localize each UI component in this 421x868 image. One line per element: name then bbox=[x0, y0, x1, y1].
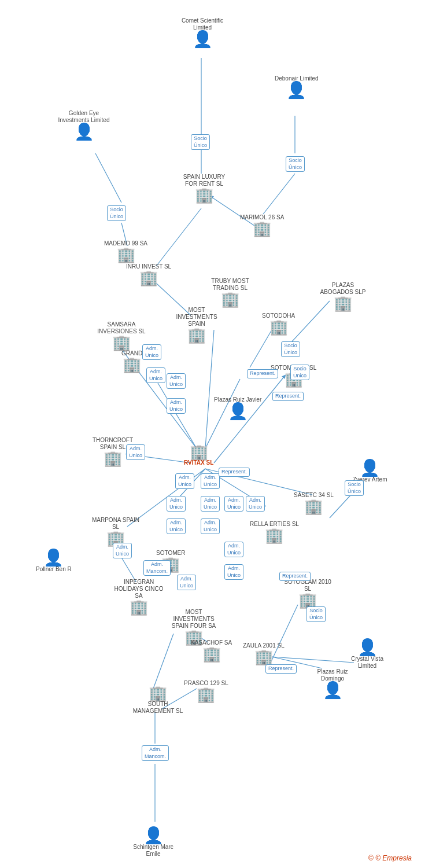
person-icon-plazas-ruiz-d: 👤 bbox=[323, 682, 343, 698]
badge-adm-unico-r5: Adm.Unico bbox=[201, 496, 220, 512]
node-rella: RELLA ERTIES SL 🏢 bbox=[250, 521, 299, 543]
badge-socio-unico-zverev: SocioÚnico bbox=[345, 480, 364, 496]
building-icon-mademo: 🏢 bbox=[117, 247, 135, 262]
badge-represent-zaula: Represent. bbox=[265, 664, 297, 674]
badge-adm-unico-grand: Adm.Unico bbox=[146, 367, 165, 383]
node-marimol: MARIMOL 26 SA 🏢 bbox=[240, 214, 284, 236]
building-icon-plazas-abog: 🏢 bbox=[334, 296, 352, 311]
node-truby: TRUBY MOST TRADING SL 🏢 bbox=[204, 278, 256, 307]
node-samsara: SAMSARA INVERSIONES SL 🏢 bbox=[95, 321, 147, 350]
building-icon-truby: 🏢 bbox=[221, 292, 239, 307]
building-icon-prasco: 🏢 bbox=[197, 687, 215, 702]
building-icon-south-mgmt: 🏢 bbox=[149, 686, 167, 701]
building-icon-rella: 🏢 bbox=[265, 528, 283, 543]
node-plazas-ruiz-j: Plazas Ruiz Javier 👤 bbox=[214, 396, 261, 420]
building-icon-most-inv-spain: 🏢 bbox=[187, 328, 206, 343]
svg-line-6 bbox=[156, 208, 201, 266]
node-prasco: PRASCO 129 SL 🏢 bbox=[184, 680, 228, 702]
badge-represent-rvitax: Represent. bbox=[219, 468, 250, 477]
badge-represent-sotoglam: Represent. bbox=[279, 572, 311, 581]
badge-socio-unico-3: SocioÚnico bbox=[107, 205, 126, 221]
node-rvitax: 🏢 RVITAX SL bbox=[184, 444, 213, 466]
badge-adm-unico-r9: Adm.Unico bbox=[224, 496, 243, 512]
node-sasetc: SASETC 34 SL 🏢 bbox=[294, 492, 334, 514]
person-icon-plazas-ruiz-j: 👤 bbox=[228, 403, 248, 420]
building-icon-samsara: 🏢 bbox=[112, 335, 131, 350]
svg-line-28 bbox=[250, 330, 272, 367]
badge-socio-unico-sotodoha: SocioÚnico bbox=[281, 341, 300, 357]
building-icon-sotoglam: 🏢 bbox=[298, 593, 317, 608]
node-golden-eye: Golden Eye Investments Limited 👤 bbox=[58, 110, 110, 140]
building-icon-inru: 🏢 bbox=[139, 270, 158, 285]
badge-adm-unico-r12: Adm.Unico bbox=[224, 564, 243, 580]
person-icon-zverev: 👤 bbox=[360, 460, 380, 476]
node-mademo: MADEMO 99 SA 🏢 bbox=[104, 240, 147, 262]
badge-adm-unico-r4: Adm.Unico bbox=[201, 473, 220, 489]
node-zverev: 👤 Zverev Artem bbox=[353, 460, 387, 483]
badge-adm-unico-r2: Adm.Unico bbox=[167, 398, 186, 414]
building-icon-zaula: 🏢 bbox=[254, 649, 273, 664]
person-icon-golden-eye: 👤 bbox=[74, 124, 94, 140]
badge-adm-unico-r7: Adm.Unico bbox=[167, 496, 186, 512]
building-icon-kasachof: 🏢 bbox=[202, 646, 221, 661]
building-icon-thorncroft: 🏢 bbox=[104, 451, 122, 466]
node-zaula: ZAULA 2001 SL 🏢 bbox=[243, 642, 285, 664]
badge-adm-unico-r3: Adm.Unico bbox=[175, 473, 194, 489]
person-icon-comet: 👤 bbox=[193, 31, 213, 47]
badge-socio-unico-sotoglam: SocioÚnico bbox=[306, 606, 326, 622]
watermark: © © Empresia bbox=[368, 854, 412, 862]
badge-adm-unico-r8: Adm.Unico bbox=[167, 518, 186, 534]
badge-represent-sotodoha: Represent. bbox=[247, 369, 278, 378]
badge-socio-unico-plazas: SocioÚnico bbox=[290, 365, 309, 380]
node-south-mgmt: 🏢 SOUTH MANAGEMENT SL bbox=[132, 686, 184, 715]
node-kasachof: KASACHOF SA 🏢 bbox=[191, 639, 232, 661]
badge-adm-unico-r11: Adm.Unico bbox=[224, 542, 243, 557]
badge-socio-unico-2: SocioÚnico bbox=[286, 156, 305, 172]
badge-socio-unico-1: SocioÚnico bbox=[191, 134, 210, 150]
svg-line-2 bbox=[263, 174, 295, 214]
node-grand: GRAND 🏢 bbox=[121, 350, 142, 372]
node-most-inv-spain: MOST INVESTMENTS SPAIN 🏢 bbox=[171, 307, 223, 343]
building-icon-sasetc: 🏢 bbox=[304, 499, 323, 514]
person-icon-pollner: 👤 bbox=[43, 550, 64, 566]
badge-adm-unico-r10: Adm.Unico bbox=[246, 496, 265, 512]
person-icon-crystal-vista: 👤 bbox=[357, 639, 378, 656]
node-marpona: MARPONA SPAIN SL 🏢 bbox=[90, 517, 142, 546]
svg-line-3 bbox=[95, 153, 121, 203]
node-plazas-ruiz-d: Plazas Ruiz Domingo 👤 bbox=[306, 668, 359, 698]
badge-adm-mancom-inpegran: Adm.Mancom. bbox=[143, 560, 171, 576]
building-icon-rvitax: 🏢 bbox=[190, 444, 208, 459]
building-icon-marimol: 🏢 bbox=[253, 221, 271, 236]
diagram-canvas: Comet Scientific Limited 👤 Debonair Limi… bbox=[0, 0, 421, 868]
badge-adm-unico-marpona: Adm.Unico bbox=[113, 543, 132, 558]
badge-adm-unico-r6: Adm.Unico bbox=[201, 518, 220, 534]
node-sotoglam: SOTOGLAM 2010 SL 🏢 bbox=[282, 579, 334, 608]
badge-adm-unico-thorncroft: Adm.Unico bbox=[126, 444, 145, 460]
person-icon-debonair: 👤 bbox=[286, 82, 306, 98]
building-icon-inpegran: 🏢 bbox=[130, 599, 148, 615]
building-icon-spain-luxury: 🏢 bbox=[195, 187, 213, 203]
svg-line-17 bbox=[214, 376, 285, 463]
building-icon-sotodoha: 🏢 bbox=[269, 319, 288, 334]
badge-adm-unico-spain: Adm.Unico bbox=[142, 344, 161, 360]
node-sotodoha: SOTODOHA 🏢 bbox=[262, 312, 295, 334]
node-inpegran: INPEGRAN HOLIDAYS CINCO SA 🏢 bbox=[113, 579, 165, 615]
badge-represent-sotomenen: Represent. bbox=[272, 392, 304, 401]
node-debonair: Debonair Limited 👤 bbox=[275, 75, 319, 98]
node-spain-luxury: SPAIN LUXURY FOR RENT SL 🏢 bbox=[178, 174, 230, 203]
node-plazas-abog: PLAZAS ABOGADOS SLP 🏢 bbox=[317, 282, 369, 311]
node-schintgen: 👤 Schintgen Marc Emile bbox=[127, 827, 179, 858]
node-pollner: 👤 Pollner Ben R bbox=[36, 550, 72, 573]
svg-line-9 bbox=[205, 330, 214, 448]
building-icon-grand: 🏢 bbox=[123, 357, 141, 372]
node-comet: Comet Scientific Limited 👤 bbox=[176, 17, 228, 47]
person-icon-schintgen: 👤 bbox=[143, 827, 164, 844]
badge-adm-unico-sotomer: Adm.Unico bbox=[177, 575, 196, 590]
badge-adm-mancom-south: Adm.Mancom. bbox=[142, 745, 169, 761]
node-inru: INRU INVEST SL 🏢 bbox=[126, 263, 171, 285]
node-crystal-vista: 👤 Crystal Vista Limited bbox=[341, 639, 393, 670]
badge-adm-unico-r1: Adm.Unico bbox=[167, 373, 186, 389]
